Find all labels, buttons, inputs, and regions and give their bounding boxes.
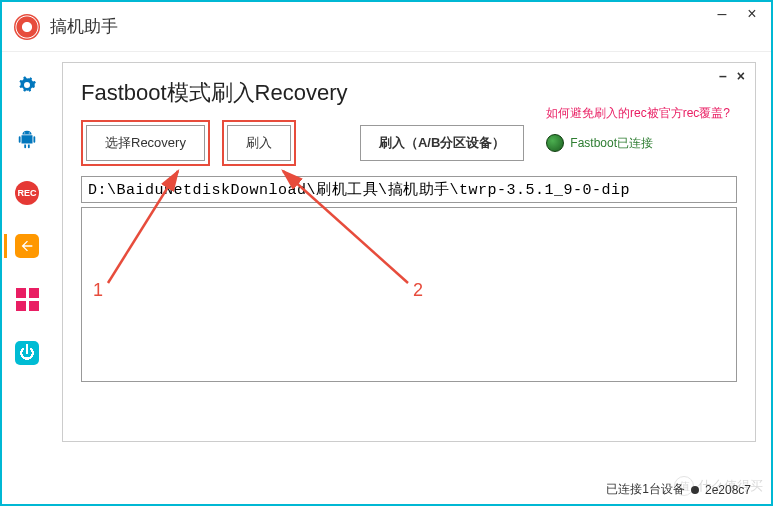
annotation-label-2: 2 — [413, 280, 423, 301]
settings-icon[interactable] — [14, 72, 40, 98]
watermark-icon: 值 — [674, 476, 694, 496]
annotation-box-2: 刷入 — [222, 120, 296, 166]
content-area: – × Fastboot模式刷入Recovery 如何避免刷入的rec被官方re… — [52, 52, 771, 504]
main-window: 搞机助手 – × REC — [0, 0, 773, 506]
back-arrow-icon — [15, 234, 39, 258]
flash-ab-button[interactable]: 刷入（A/B分区设备） — [360, 125, 524, 161]
app-logo-icon — [14, 14, 40, 40]
body-area: REC ⏻ – × Fastboot模式刷 — [2, 52, 771, 504]
sidebar: REC ⏻ — [2, 52, 52, 504]
flash-button[interactable]: 刷入 — [227, 125, 291, 161]
dialog-window-controls: – × — [719, 68, 745, 84]
title-bar: 搞机助手 – × — [2, 2, 771, 52]
connection-status: Fastboot已连接 — [546, 134, 653, 152]
status-text: Fastboot已连接 — [570, 135, 653, 152]
android-icon[interactable] — [14, 126, 40, 152]
watermark-text: 什么值得买 — [698, 477, 763, 495]
rec-icon[interactable]: REC — [14, 180, 40, 206]
dialog-window: – × Fastboot模式刷入Recovery 如何避免刷入的rec被官方re… — [62, 62, 756, 442]
power-icon[interactable]: ⏻ — [14, 340, 40, 366]
select-recovery-button[interactable]: 选择Recovery — [86, 125, 205, 161]
log-output[interactable] — [81, 207, 737, 382]
annotation-label-1: 1 — [93, 280, 103, 301]
file-path-input[interactable] — [81, 176, 737, 203]
sidebar-item-active[interactable] — [4, 234, 40, 258]
dialog-close-button[interactable]: × — [737, 68, 745, 84]
apps-grid-icon[interactable] — [14, 286, 40, 312]
button-row: 选择Recovery 刷入 刷入（A/B分区设备） Fastboot已连接 — [81, 120, 737, 166]
help-link[interactable]: 如何避免刷入的rec被官方rec覆盖? — [546, 105, 730, 122]
app-title: 搞机助手 — [50, 15, 118, 38]
window-controls: – × — [713, 7, 761, 25]
status-indicator-icon — [546, 134, 564, 152]
close-button[interactable]: × — [743, 7, 761, 25]
annotation-box-1: 选择Recovery — [81, 120, 210, 166]
dialog-title: Fastboot模式刷入Recovery — [81, 78, 737, 108]
dialog-minimize-button[interactable]: – — [719, 68, 727, 84]
watermark: 值 什么值得买 — [674, 476, 763, 496]
minimize-button[interactable]: – — [713, 7, 731, 25]
